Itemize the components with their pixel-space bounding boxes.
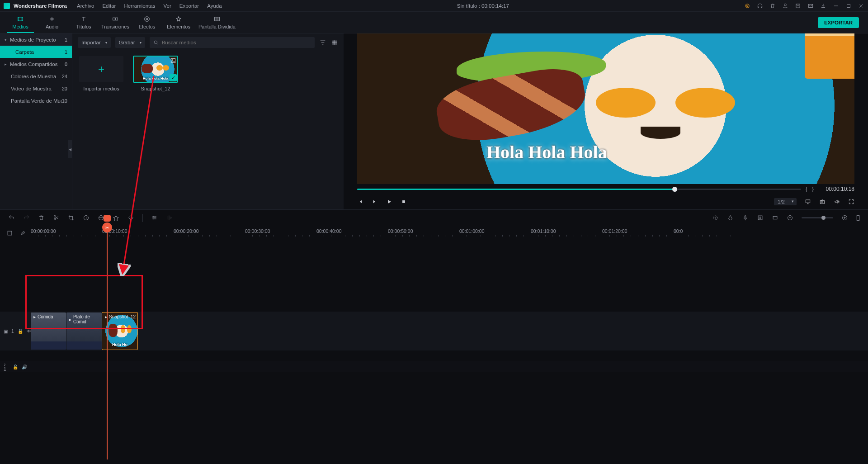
snapshot-icon[interactable]: [819, 199, 826, 205]
seek-bar[interactable]: [357, 189, 801, 190]
media-clip-card[interactable]: Hola Hola Hola ✓ Snapshot_12: [133, 56, 178, 91]
save-icon[interactable]: [795, 3, 801, 9]
grid-view-icon[interactable]: [331, 39, 338, 46]
tab-titulos[interactable]: Títulos: [68, 15, 99, 29]
display-icon[interactable]: [805, 199, 811, 205]
export-button[interactable]: EXPORTAR: [818, 17, 859, 28]
voiceover-icon[interactable]: [742, 214, 749, 221]
tab-medios[interactable]: Medios: [5, 15, 36, 29]
sidebar-item-sample-video[interactable]: Video de Muestra 20: [0, 82, 72, 95]
timeline-clip-plato[interactable]: ▸Plato de Comid: [66, 312, 102, 350]
mark-out-icon[interactable]: }: [812, 186, 814, 192]
tab-label: Audio: [46, 24, 58, 29]
timeline-clip-comida[interactable]: ▸Comida: [31, 312, 66, 350]
delete-icon[interactable]: [38, 214, 45, 221]
svg-rect-9: [113, 18, 115, 20]
svg-point-2: [784, 4, 787, 6]
play-icon[interactable]: [386, 199, 392, 205]
lock-icon[interactable]: 🔓: [13, 365, 18, 369]
stop-icon[interactable]: [401, 199, 407, 205]
redo-icon[interactable]: [23, 214, 30, 221]
menu-herramientas[interactable]: Herramientas: [124, 3, 155, 9]
prev-frame-icon[interactable]: [357, 199, 363, 205]
audio-track-row[interactable]: ♪ 1 🔓 🔊: [0, 361, 868, 372]
media-search[interactable]: [150, 37, 315, 48]
seek-knob[interactable]: [672, 187, 677, 192]
card-label: Importar medios: [83, 86, 119, 91]
timeline[interactable]: ▣ 1 🔓 👁 ▸Comida ▸Plato de Comid Hola Ho …: [0, 241, 868, 464]
volume-icon[interactable]: [834, 199, 840, 205]
track-header-icon[interactable]: [6, 230, 13, 237]
trash-icon[interactable]: [769, 3, 776, 9]
zoom-in-icon[interactable]: [841, 214, 848, 221]
tab-pantalla-dividida[interactable]: Pantalla Dividida: [194, 15, 240, 29]
lock-icon[interactable]: 🔓: [18, 329, 23, 334]
crop-icon[interactable]: [68, 214, 75, 221]
sidebar-count: 20: [62, 86, 67, 91]
title-bar: Wondershare Filmora Archivo Editar Herra…: [0, 0, 868, 12]
preview-zoom-dropdown[interactable]: 1/2: [774, 198, 797, 205]
tab-elementos[interactable]: Elementos: [163, 15, 194, 29]
svg-rect-43: [8, 231, 12, 235]
auto-reframe-icon[interactable]: [712, 214, 719, 221]
minimize-icon[interactable]: [833, 3, 839, 9]
audio-mix-icon[interactable]: [166, 214, 173, 221]
menu-editar[interactable]: Editar: [102, 3, 116, 9]
mark-in-icon[interactable]: {: [806, 186, 807, 192]
menu-ver[interactable]: Ver: [163, 3, 171, 9]
zoom-fit-icon[interactable]: [856, 214, 860, 221]
render-icon[interactable]: [772, 214, 778, 221]
sidebar-item-carpeta[interactable]: Carpeta 1: [0, 46, 72, 58]
next-frame-icon[interactable]: [372, 199, 378, 205]
speaker-icon[interactable]: 🔊: [22, 365, 27, 369]
clip-play-icon: ▸: [69, 317, 71, 322]
upgrade-icon[interactable]: [744, 3, 750, 9]
tab-label: Pantalla Dividida: [198, 24, 236, 29]
tab-transiciones[interactable]: Transiciones: [99, 15, 131, 29]
account-icon[interactable]: [782, 3, 788, 9]
menu-exportar[interactable]: Exportar: [179, 3, 199, 9]
speed-icon[interactable]: [83, 214, 90, 221]
headphone-icon[interactable]: [757, 3, 763, 9]
track-num: ▣: [4, 329, 8, 334]
sidebar-item-shared-media[interactable]: ▸ Medios Compartidos 0: [0, 58, 72, 70]
color-icon[interactable]: [98, 214, 104, 221]
video-track-row[interactable]: ▣ 1 🔓 👁 ▸Comida ▸Plato de Comid Hola Ho …: [0, 312, 868, 350]
zoom-slider[interactable]: [802, 217, 833, 218]
video-track-header[interactable]: ▣ 1 🔓 👁: [0, 312, 31, 350]
undo-icon[interactable]: [8, 214, 15, 221]
timeline-ruler[interactable]: 00:00:00:0000:00:10:0000:00:20:0000:00:3…: [0, 226, 868, 241]
download-icon[interactable]: [820, 3, 826, 9]
import-dropdown[interactable]: Importar▾: [78, 37, 111, 48]
link-icon[interactable]: [19, 230, 26, 237]
close-icon[interactable]: [858, 3, 864, 9]
mixer-icon[interactable]: [757, 214, 764, 221]
zoom-out-icon[interactable]: [787, 214, 793, 221]
preview-viewport[interactable]: Hola Hola Hola: [357, 33, 854, 184]
maximize-icon[interactable]: [845, 3, 852, 9]
sidebar-item-green-screen[interactable]: Pantalla Verde de Mue 10: [0, 95, 72, 107]
svg-point-11: [146, 18, 148, 20]
sidebar-item-sample-colors[interactable]: Colores de Muestra 24: [0, 70, 72, 82]
timeline-clip-snapshot[interactable]: Hola Ho ▸Snapshot_12: [102, 312, 137, 350]
mail-icon[interactable]: [807, 3, 814, 9]
app-name: Wondershare Filmora: [14, 3, 67, 9]
split-icon[interactable]: [53, 214, 60, 221]
keyframe-icon[interactable]: [127, 214, 134, 221]
sidebar-collapse-icon[interactable]: ◀: [68, 140, 72, 158]
import-media-card[interactable]: + Importar medios: [79, 56, 124, 91]
fullscreen-icon[interactable]: [848, 199, 854, 205]
green-screen-icon[interactable]: [113, 214, 119, 221]
svg-rect-27: [402, 200, 405, 203]
menu-archivo[interactable]: Archivo: [77, 3, 94, 9]
filter-icon[interactable]: [319, 39, 326, 46]
tab-audio[interactable]: Audio: [36, 15, 68, 29]
menu-ayuda[interactable]: Ayuda: [207, 3, 222, 9]
adjust-icon[interactable]: [151, 214, 158, 221]
tab-efectos[interactable]: Efectos: [131, 15, 163, 29]
marker-icon[interactable]: [727, 214, 734, 221]
record-dropdown[interactable]: Grabar▾: [115, 37, 145, 48]
sidebar-item-project-media[interactable]: ▾ Medios de Proyecto 1: [0, 33, 72, 46]
search-input[interactable]: [162, 40, 311, 45]
audio-track-header[interactable]: ♪ 1 🔓 🔊: [0, 361, 31, 372]
